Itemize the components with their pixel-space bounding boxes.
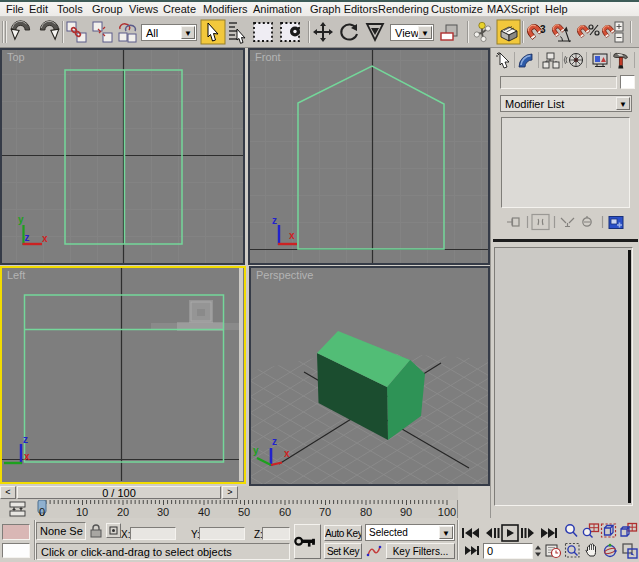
svg-text:0: 0 — [39, 506, 45, 518]
svg-text:y: y — [253, 445, 259, 456]
svg-text:x: x — [289, 230, 295, 241]
svg-text:80: 80 — [360, 506, 372, 518]
svg-text:x: x — [24, 451, 30, 462]
svg-text:50: 50 — [238, 506, 250, 518]
svg-text:30: 30 — [157, 506, 169, 518]
svg-text:60: 60 — [279, 506, 291, 518]
svg-text:10: 10 — [76, 506, 88, 518]
svg-text:z: z — [25, 232, 30, 243]
svg-text:z: z — [272, 436, 277, 447]
svg-text:100: 100 — [438, 506, 456, 518]
svg-text:z: z — [272, 215, 277, 226]
svg-text:70: 70 — [319, 506, 331, 518]
svg-text:90: 90 — [400, 506, 412, 518]
svg-text:20: 20 — [117, 506, 129, 518]
svg-text:3: 3 — [540, 24, 546, 35]
svg-text:x: x — [42, 233, 48, 244]
svg-text:40: 40 — [198, 506, 210, 518]
svg-text:x: x — [284, 448, 290, 459]
svg-text:y: y — [18, 214, 24, 225]
svg-text:z: z — [23, 434, 28, 445]
